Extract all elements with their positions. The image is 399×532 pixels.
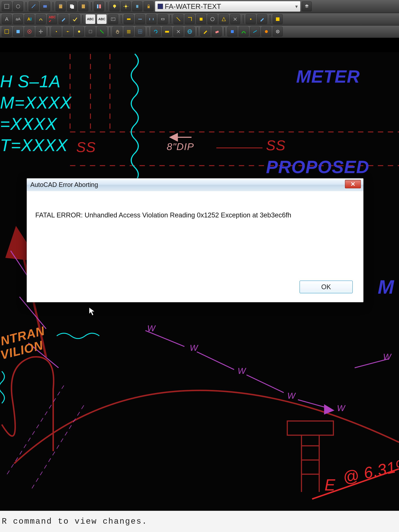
dimension-icon[interactable] [124,14,134,24]
grid-icon[interactable] [135,27,145,37]
tool-icon[interactable] [173,14,183,24]
tool-icon[interactable] [2,27,12,37]
tool-icon[interactable] [273,14,283,24]
edit-icon[interactable] [58,14,69,24]
properties-icon[interactable] [94,1,104,11]
command-line[interactable]: R command to view changes. [0,511,399,532]
cad-text: W [190,343,198,353]
separator [106,2,107,11]
swirl-icon[interactable] [36,14,46,24]
point-icon[interactable] [63,27,73,37]
close-button[interactable]: ✕ [345,180,361,188]
svg-rect-52 [215,31,219,33]
svg-rect-6 [71,5,74,9]
dimension-icon[interactable] [146,14,156,24]
ok-button-label: OK [321,283,331,291]
cut-icon[interactable] [173,27,183,37]
clipboard-icon[interactable] [56,1,66,11]
svg-rect-0 [5,4,9,8]
tool-icon[interactable] [261,27,271,37]
separator [197,27,198,36]
move-icon[interactable] [36,27,46,37]
cad-text: M=XXXX [0,93,72,112]
toolbar-text: A aA AI ABC✔ ABC ABC T [0,13,399,25]
insert-icon[interactable] [13,27,23,37]
cad-text: M [378,276,394,298]
separator [243,15,243,23]
svg-rect-26 [200,18,203,21]
cad-text: W [383,352,391,361]
svg-point-27 [211,17,214,21]
tool-icon[interactable] [239,27,249,37]
cad-text: H S–1A [0,72,61,91]
abc-box-icon[interactable]: ABC [85,14,95,24]
tool-icon[interactable] [230,14,240,24]
paste-icon[interactable] [78,1,88,11]
tool-icon[interactable] [196,14,206,24]
abc-box-icon[interactable]: ABC [97,14,107,24]
spellcheck-icon[interactable]: ABC✔ [47,14,57,24]
tool-icon[interactable] [29,1,39,11]
cad-text: =XXXX [0,114,57,134]
svg-rect-29 [276,17,279,21]
freeze-icon[interactable] [132,1,142,11]
ruler-icon[interactable] [162,27,172,37]
tool-icon[interactable] [40,1,50,11]
edit-icon[interactable] [257,14,267,24]
text-a-icon[interactable]: A [2,14,12,24]
text-ai-icon[interactable]: AI [25,14,34,24]
dialog-titlebar[interactable]: AutoCAD Error Aborting [27,178,363,191]
svg-rect-8 [97,4,98,8]
dimension-icon[interactable] [135,14,145,24]
toolbar-view [0,25,399,38]
svg-point-28 [250,19,252,20]
lock-icon[interactable] [144,1,154,11]
eraser-icon[interactable] [212,27,222,37]
layer-dropdown[interactable]: FA-WATER-TEXT ▾ [155,1,300,12]
chevron-down-icon: ▾ [295,4,298,9]
tool-icon[interactable] [85,27,95,37]
cad-text: SS [76,139,96,155]
separator [25,2,26,11]
tool-icon[interactable] [246,14,256,24]
tool-icon[interactable] [208,14,217,24]
list-icon[interactable] [124,27,134,37]
tool-icon[interactable] [2,1,12,11]
check-icon[interactable] [70,14,80,24]
tool-icon[interactable] [185,14,195,24]
tool-icon[interactable] [13,1,23,11]
separator [270,15,270,23]
layer-stack-icon[interactable] [302,1,312,11]
svg-text:T: T [112,18,114,20]
cad-text: W [287,391,296,401]
refresh-icon[interactable] [151,27,161,37]
dimension-icon[interactable] [158,14,168,24]
copy-icon[interactable] [67,1,77,11]
sun-icon[interactable] [121,1,131,11]
svg-rect-25 [161,19,164,20]
cad-text: METER [296,66,360,87]
tool-icon[interactable] [97,27,107,37]
gear-icon[interactable] [273,27,283,37]
ok-button[interactable]: OK [299,280,353,293]
separator [109,27,110,36]
tool-icon[interactable] [219,14,229,24]
pencil-icon[interactable] [200,27,210,37]
target-icon[interactable] [25,27,34,37]
lightbulb-icon[interactable] [110,1,120,11]
text-box-icon[interactable]: T [108,14,118,24]
svg-rect-38 [89,30,92,33]
svg-rect-17 [136,5,138,8]
block-icon[interactable] [227,27,237,37]
svg-line-67 [247,375,284,393]
svg-rect-53 [231,30,234,33]
svg-rect-73 [287,421,333,435]
pan-icon[interactable] [112,27,122,37]
point-icon[interactable] [51,27,61,37]
sun-icon[interactable] [74,27,84,37]
svg-rect-30 [5,30,9,33]
tool-icon[interactable] [250,27,260,37]
text-aa-icon[interactable]: aA [13,14,23,24]
globe-icon[interactable] [185,27,195,37]
svg-point-56 [277,31,278,32]
